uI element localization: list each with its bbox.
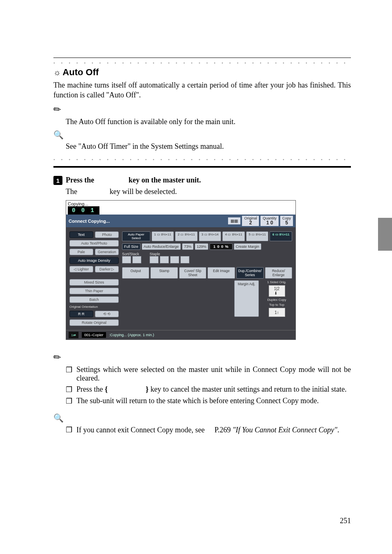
ss-footer-tile-1[interactable]: 1⇄: [69, 332, 78, 338]
ss-margin-adj[interactable]: Margin Adj.: [234, 280, 259, 317]
ss-label-1sided: 1 Sided Orig.: [267, 280, 286, 284]
ss-staple-4[interactable]: [180, 256, 189, 263]
step-text-a: Press the: [66, 176, 96, 184]
ss-func-stamp[interactable]: Stamp: [150, 267, 178, 279]
ss-ratio-129[interactable]: 129%: [195, 243, 208, 250]
step-number-1: 1: [53, 176, 62, 185]
reference-after-text: If you cannot exit Connect Copy mode, se…: [76, 425, 339, 434]
ss-create-margin[interactable]: Create Margin: [234, 243, 261, 250]
ss-staple-2[interactable]: [160, 256, 169, 263]
ss-footer-status: :Copying... (Approx. 1 min.): [109, 333, 154, 337]
ss-btn-thin-paper[interactable]: Thin Paper: [69, 288, 119, 294]
note-block-after: ✎ Note Settings which were selected on t…: [53, 348, 351, 406]
ss-paper-2[interactable]: 2 ▭ 8½×11: [175, 231, 198, 241]
ss-auto-reduce-enlarge[interactable]: Auto Reduce/Enlarge: [142, 243, 181, 250]
ss-btn-orient-landscape[interactable]: ⟲ ⟲: [95, 311, 119, 317]
ss-func-reduce-enlarge[interactable]: Reduce/ Enlarge: [265, 267, 292, 279]
ss-btn-photo[interactable]: Photo: [95, 231, 119, 238]
pencil-icon: ✎: [51, 103, 64, 116]
ss-label-top-to-top: Top to Top: [269, 303, 284, 307]
ss-btn-orient-portrait[interactable]: R R: [69, 311, 93, 317]
magnifier-icon: 🔍: [53, 130, 64, 140]
note-block: ✎ Note The Auto Off function is availabl…: [53, 100, 351, 127]
step-text-b: key on the master unit.: [127, 176, 201, 184]
top-rule: [53, 58, 351, 58]
ss-btn-generation[interactable]: Generation: [95, 249, 119, 255]
ss-label-orig-orient: Original Orientation: [69, 305, 119, 309]
auto-off-body: The machine turns itself off automatical…: [53, 80, 351, 100]
ss-full-size[interactable]: Full Size: [122, 243, 141, 250]
copier-screenshot: Copying... 0 0 1 Connect Copying... ▦▦ O…: [66, 200, 296, 340]
sun-icon: ☼: [53, 68, 61, 77]
note-after-3: The sub-unit will return to the state wh…: [76, 397, 319, 406]
ss-btn-lighter[interactable]: ◁ Lighter: [69, 266, 93, 272]
ss-btn-rotate-original[interactable]: Rotate Original: [69, 319, 119, 326]
ss-copying-label: Copying...: [68, 201, 99, 206]
ss-badge-copy: Copy5: [280, 216, 293, 226]
ss-btn-batch[interactable]: Batch: [69, 296, 119, 303]
auto-off-title: Auto Off: [62, 67, 99, 78]
dot-row-bottom: • • • • • • • • • • • • • • • • • • • • …: [53, 157, 351, 162]
ss-icon-top-to-top: 1↕: [269, 308, 285, 317]
ss-func-output[interactable]: Output: [122, 267, 149, 279]
ss-btn-auto-image-density[interactable]: Auto Image Density: [69, 257, 119, 264]
ss-auto-paper-select[interactable]: Auto Paper Select: [122, 231, 150, 241]
reference-text: See "Auto Off Timer" in the System Setti…: [66, 141, 351, 151]
thick-rule: [53, 166, 351, 168]
ss-sort-1[interactable]: [122, 256, 131, 263]
step-sub-b: key will be deselected.: [108, 187, 177, 196]
ss-badge-quantity: Quantity1 0: [261, 216, 279, 226]
step-1: 1 Press the [Connect] key on the master …: [53, 176, 351, 185]
page-number: 251: [340, 517, 351, 525]
magnifier-icon-2: 🔍: [53, 413, 64, 423]
step-sub-a: The: [66, 187, 79, 196]
ss-paper-1[interactable]: 1 ▭ 8½×11: [152, 231, 174, 241]
ss-func-dup-combine[interactable]: Dup./Combine/ Series: [236, 267, 264, 279]
ss-paper-6[interactable]: 6 ▭ 8½×11: [270, 231, 292, 241]
reference-block: 🔍 Reference See "Auto Off Timer" in the …: [53, 127, 351, 151]
ss-label-duplex: Duplex Copy: [267, 298, 286, 302]
note-text: The Auto Off function is available only …: [66, 117, 351, 127]
ss-paper-4[interactable]: 4 ▭ 8½×11: [222, 231, 245, 241]
ss-btn-mixed-sizes[interactable]: Mixed Sizes: [69, 279, 119, 286]
note-after-1: Settings which were selected on the mast…: [76, 365, 351, 383]
ss-staple-1[interactable]: [150, 256, 159, 263]
clear-modes-bracket-r: }: [146, 385, 149, 393]
ss-icon-1sided: 1|2⬇: [269, 285, 285, 297]
ss-sort-2[interactable]: [132, 256, 141, 263]
auto-off-heading: ☼ Auto Off: [53, 67, 351, 78]
ss-func-edit[interactable]: Edit Image: [208, 267, 235, 279]
clear-modes-bracket-l: {: [105, 385, 108, 393]
ss-paper-3[interactable]: 3 ▭ 8½×14: [199, 231, 221, 241]
note-after-2: Press the {Clear Modes} key to cancel th…: [76, 385, 347, 394]
ss-btn-darker[interactable]: Darker ▷: [95, 266, 119, 272]
reference-block-after: 🔍 Reference If you cannot exit Connect C…: [53, 410, 351, 434]
ss-func-cover[interactable]: Cover/ Slip Sheet: [179, 267, 206, 279]
ss-label-sort-stack: Sort/Stack: [122, 252, 141, 256]
side-tab: [378, 218, 392, 251]
ss-connect-icon: ▦▦: [228, 217, 240, 224]
ss-btn-text[interactable]: Text: [69, 231, 93, 238]
ss-staple-3[interactable]: [170, 256, 179, 263]
ss-ratio-100: 1 0 0 %: [210, 243, 233, 250]
ss-paper-5[interactable]: 5 ▭ 8½×11: [246, 231, 269, 241]
ss-ratio-73[interactable]: 73%: [182, 243, 194, 250]
ss-footer-unit[interactable]: 001–Copier: [82, 332, 106, 338]
ss-badge-original: Original2: [242, 216, 259, 226]
ss-header-title: Connect Copying...: [69, 219, 110, 224]
ss-label-staple: Staple: [150, 252, 189, 256]
ss-btn-auto-text-photo[interactable]: Auto Text/Photo: [69, 240, 119, 247]
ss-btn-pale[interactable]: Pale: [69, 249, 93, 255]
pencil-icon-2: ✎: [51, 351, 64, 364]
dot-row-top: • • • • • • • • • • • • • • • • • • • • …: [53, 60, 351, 65]
ss-counter: 0 0 1: [68, 206, 99, 215]
